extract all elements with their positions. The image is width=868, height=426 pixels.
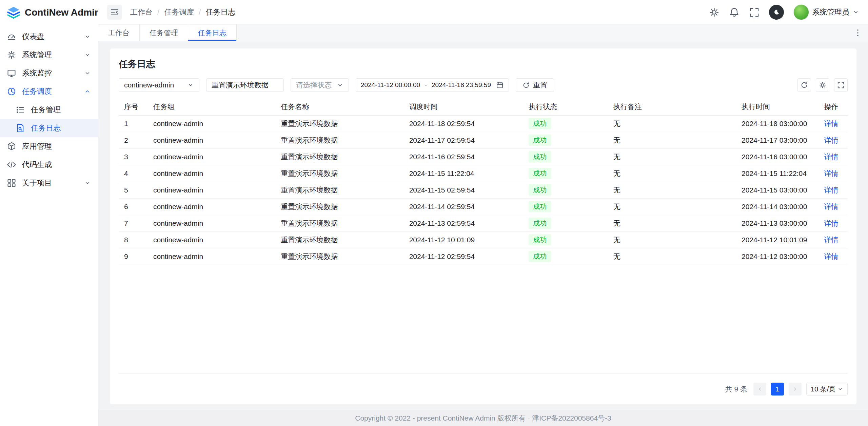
breadcrumb-item: 任务日志 <box>205 7 235 17</box>
theme-toggle-button[interactable] <box>769 5 784 20</box>
status-placeholder: 请选择状态 <box>296 80 332 90</box>
cell-status: 成功 <box>523 132 608 148</box>
cell-exec-time: 2024-11-12 03:00:00 <box>736 248 815 265</box>
cell-status: 成功 <box>523 182 608 198</box>
user-menu[interactable]: 系统管理员 <box>793 4 859 20</box>
page-size-value: 10 条/页 <box>811 385 835 394</box>
column-header-note: 执行备注 <box>608 99 736 115</box>
pagination-next-button[interactable] <box>789 383 802 395</box>
table-row: 6 continew-admin 重置演示环境数据 2024-11-14 02:… <box>119 198 848 215</box>
sidebar-item-label: 任务管理 <box>31 105 61 115</box>
detail-link[interactable]: 详情 <box>824 153 839 161</box>
column-header-name: 任务名称 <box>275 99 403 115</box>
detail-link[interactable]: 详情 <box>824 120 839 127</box>
cell-action: 详情 <box>815 215 848 231</box>
cell-index: 4 <box>119 165 148 182</box>
cell-schedule-time: 2024-11-12 10:01:09 <box>404 231 524 248</box>
table-row: 7 continew-admin 重置演示环境数据 2024-11-13 02:… <box>119 215 848 231</box>
main-area: 工作台 / 任务调度 / 任务日志 系统管理员 <box>98 0 868 426</box>
fullscreen-icon[interactable] <box>749 7 760 18</box>
table-fullscreen-button[interactable] <box>834 78 848 92</box>
tab-task-log[interactable]: 任务日志 <box>188 25 237 41</box>
calendar-icon <box>496 81 504 89</box>
sidebar-item-system-management[interactable]: 系统管理 <box>0 46 98 64</box>
page-size-select[interactable]: 10 条/页 <box>806 383 848 395</box>
tab-workbench[interactable]: 工作台 <box>98 25 140 41</box>
task-group-select[interactable]: continew-admin <box>119 78 199 92</box>
cell-status: 成功 <box>523 148 608 165</box>
task-log-card: 任务日志 continew-admin 请选择状态 <box>110 48 856 404</box>
sidebar-item-task-scheduler[interactable]: 任务调度 <box>0 82 98 101</box>
cell-name: 重置演示环境数据 <box>275 248 403 265</box>
cell-action: 详情 <box>815 115 848 132</box>
task-log-table: 序号 任务组 任务名称 调度时间 执行状态 执行备注 执行时间 操作 1 con… <box>119 99 848 265</box>
detail-link[interactable]: 详情 <box>824 169 839 177</box>
cell-exec-time: 2024-11-14 03:00:00 <box>736 198 815 215</box>
cell-name: 重置演示环境数据 <box>275 215 403 231</box>
monitor-icon <box>7 68 16 78</box>
task-name-input-wrap <box>206 78 284 92</box>
sidebar-item-code-generation[interactable]: 代码生成 <box>0 156 98 174</box>
notification-bell-icon[interactable] <box>729 7 739 18</box>
cell-note: 无 <box>608 215 736 231</box>
detail-link[interactable]: 详情 <box>824 219 839 227</box>
gear-icon <box>7 50 16 60</box>
cell-name: 重置演示环境数据 <box>275 182 403 198</box>
breadcrumb-item[interactable]: 工作台 <box>130 7 153 17</box>
sidebar-item-label: 系统监控 <box>22 68 52 78</box>
cell-action: 详情 <box>815 165 848 182</box>
app-logo-icon <box>7 6 20 19</box>
gear-icon <box>819 81 826 89</box>
settings-icon[interactable] <box>709 7 719 18</box>
cell-status: 成功 <box>523 198 608 215</box>
sidebar-collapse-button[interactable] <box>107 5 122 20</box>
cell-status: 成功 <box>523 248 608 265</box>
detail-link[interactable]: 详情 <box>824 236 839 244</box>
sidebar-item-task-log[interactable]: 任务日志 <box>0 119 98 137</box>
status-badge: 成功 <box>529 118 551 129</box>
status-select[interactable]: 请选择状态 <box>291 78 349 92</box>
detail-link[interactable]: 详情 <box>824 203 839 210</box>
cell-exec-time: 2024-11-16 03:00:00 <box>736 148 815 165</box>
cell-action: 详情 <box>815 248 848 265</box>
chevron-down-icon <box>337 82 343 88</box>
tab-more-icon[interactable] <box>853 28 863 38</box>
cell-schedule-time: 2024-11-14 02:59:54 <box>404 198 524 215</box>
cell-group: continew-admin <box>148 165 275 182</box>
selected-group: continew-admin <box>124 81 174 89</box>
cell-schedule-time: 2024-11-18 02:59:54 <box>404 115 524 132</box>
sidebar-item-task-management[interactable]: 任务管理 <box>0 101 98 119</box>
sidebar-item-app-management[interactable]: 应用管理 <box>0 137 98 156</box>
sidebar-item-system-monitor[interactable]: 系统监控 <box>0 64 98 82</box>
pagination-prev-button[interactable] <box>753 383 766 395</box>
pagination-total: 共 9 条 <box>725 384 747 394</box>
status-badge: 成功 <box>529 218 551 229</box>
task-name-input[interactable] <box>206 79 283 92</box>
reset-button[interactable]: 重置 <box>516 78 554 92</box>
cell-group: continew-admin <box>148 182 275 198</box>
tabbar: 工作台 任务管理 任务日志 <box>98 25 868 41</box>
cell-status: 成功 <box>523 115 608 132</box>
chevron-down-icon <box>837 386 843 392</box>
sidebar-item-dashboard[interactable]: 仪表盘 <box>0 27 98 46</box>
breadcrumb-item[interactable]: 任务调度 <box>164 7 194 17</box>
detail-link[interactable]: 详情 <box>824 186 839 194</box>
table-settings-button[interactable] <box>816 78 829 92</box>
cell-name: 重置演示环境数据 <box>275 231 403 248</box>
table-actions <box>797 78 848 92</box>
date-range-picker[interactable]: 2024-11-12 00:00:00 - 2024-11-18 23:59:5… <box>356 78 509 92</box>
detail-link[interactable]: 详情 <box>824 252 839 260</box>
table-row: 4 continew-admin 重置演示环境数据 2024-11-15 11:… <box>119 165 848 182</box>
cell-group: continew-admin <box>148 231 275 248</box>
cell-note: 无 <box>608 198 736 215</box>
sidebar-item-about-project[interactable]: 关于项目 <box>0 174 98 192</box>
status-badge: 成功 <box>529 184 551 196</box>
detail-link[interactable]: 详情 <box>824 136 839 144</box>
status-badge: 成功 <box>529 151 551 162</box>
tab-task-management[interactable]: 任务管理 <box>140 25 188 41</box>
pagination-current-page[interactable]: 1 <box>771 383 784 395</box>
logo[interactable]: ContiNew Admin <box>0 0 98 25</box>
cell-exec-time: 2024-11-15 11:22:04 <box>736 165 815 182</box>
refresh-table-button[interactable] <box>797 78 811 92</box>
table-row: 2 continew-admin 重置演示环境数据 2024-11-17 02:… <box>119 132 848 148</box>
